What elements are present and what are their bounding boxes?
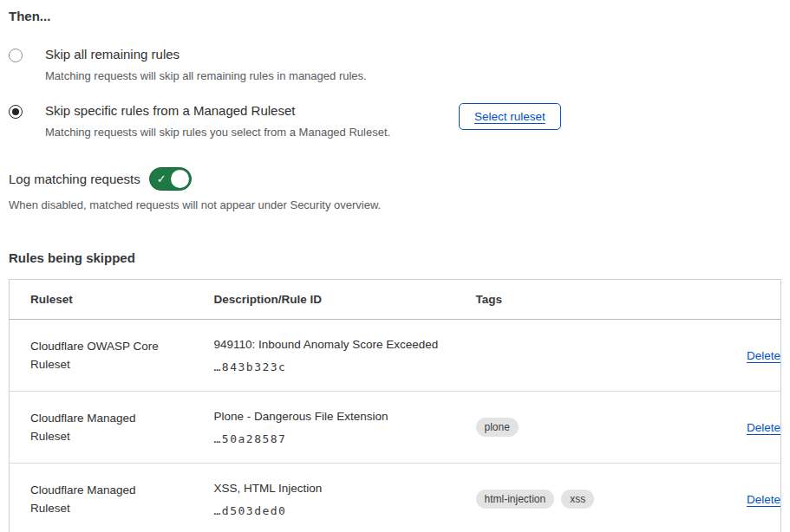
- toggle-knob: [171, 170, 189, 188]
- rule-description: XSS, HTML Injection: [214, 481, 455, 496]
- rule-id: …843b323c: [214, 360, 455, 373]
- select-ruleset-button[interactable]: Select ruleset: [459, 103, 561, 130]
- rule-description: 949110: Inbound Anomaly Score Exceeded: [214, 337, 455, 353]
- skipped-rules-table: Ruleset Description/Rule ID Tags Cloudfl…: [9, 279, 781, 532]
- tag-badge: html-injection: [476, 490, 555, 509]
- then-heading: Then...: [9, 9, 780, 23]
- option-skip-specific-description: Matching requests will skip rules you se…: [45, 125, 390, 139]
- ruleset-name: Cloudflare Managed Ruleset: [30, 409, 167, 445]
- delete-link[interactable]: Delete: [747, 421, 780, 434]
- tag-badge: xss: [561, 490, 594, 509]
- rules-being-skipped-heading: Rules being skipped: [9, 250, 780, 265]
- delete-link[interactable]: Delete: [747, 493, 780, 506]
- ruleset-name: Cloudflare Managed Ruleset: [30, 481, 167, 517]
- log-matching-requests-toggle[interactable]: ✓: [149, 167, 192, 191]
- option-skip-all-label[interactable]: Skip all remaining rules: [45, 46, 367, 63]
- table-row: Cloudflare OWASP Core Ruleset 949110: In…: [10, 320, 781, 392]
- column-header-tags: Tags: [455, 280, 648, 320]
- table-header-row: Ruleset Description/Rule ID Tags: [10, 280, 781, 320]
- tags-cell: plone: [476, 418, 648, 437]
- option-skip-all-description: Matching requests will skip all remainin…: [45, 68, 367, 83]
- ruleset-name: Cloudflare OWASP Core Ruleset: [30, 337, 167, 373]
- rule-id: …50a28587: [214, 432, 455, 445]
- option-skip-specific: Skip specific rules from a Managed Rules…: [9, 102, 780, 139]
- delete-link[interactable]: Delete: [747, 349, 780, 362]
- column-header-description: Description/Rule ID: [193, 280, 455, 320]
- radio-skip-all[interactable]: [9, 49, 23, 62]
- option-skip-specific-label[interactable]: Skip specific rules from a Managed Rules…: [45, 102, 390, 120]
- column-header-ruleset: Ruleset: [10, 280, 193, 320]
- rule-description: Plone - Dangerous File Extension: [214, 409, 455, 425]
- waf-rule-action-panel: Then... Skip all remaining rules Matchin…: [0, 0, 790, 532]
- log-matching-requests-label: Log matching requests: [9, 172, 140, 186]
- radio-skip-specific[interactable]: [9, 105, 23, 119]
- log-toggle-description: When disabled, matched requests will not…: [9, 198, 780, 211]
- check-icon: ✓: [157, 172, 166, 186]
- table-row: Cloudflare Managed Ruleset Plone - Dange…: [10, 392, 781, 464]
- rule-id: …d503ded0: [214, 504, 455, 517]
- table-row: Cloudflare Managed Ruleset XSS, HTML Inj…: [10, 464, 781, 532]
- tags-cell: html-injection xss: [476, 490, 648, 509]
- column-header-actions: [648, 280, 781, 320]
- tag-badge: plone: [476, 418, 519, 437]
- option-skip-all: Skip all remaining rules Matching reques…: [9, 46, 780, 83]
